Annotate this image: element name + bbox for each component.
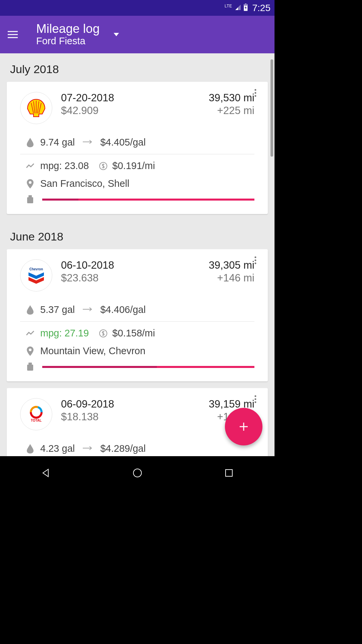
content-scroll[interactable]: July 2018 07-20-2018 $42.909 39,530 mi +…: [0, 53, 275, 456]
entry-mpg: mpg: 23.08: [40, 160, 89, 171]
arrow-right-icon: [83, 140, 92, 146]
svg-rect-13: [28, 195, 32, 197]
entry-cost-per-mi: $0.191/mi: [112, 160, 155, 171]
network-indicator: LTE: [225, 4, 232, 8]
entry-mpg: mpg: 27.19: [40, 328, 89, 339]
svg-point-20: [29, 348, 32, 351]
entry-date: 06-09-2018: [61, 398, 200, 410]
chart-line-icon: [20, 330, 40, 336]
entry-location: San Francisco, Shell: [40, 178, 129, 189]
entry-volume: 5.37 gal: [40, 304, 75, 315]
menu-button[interactable]: [6, 31, 19, 38]
entry-date: 06-10-2018: [61, 259, 200, 271]
svg-rect-12: [27, 197, 33, 203]
location-pin-icon: [20, 179, 40, 189]
entry-odometer: 39,305 mi: [209, 259, 254, 271]
android-nav-bar: [0, 456, 275, 490]
month-header: July 2018: [0, 53, 275, 82]
svg-point-6: [255, 89, 256, 91]
entry-delta: +225 mi: [209, 105, 254, 117]
svg-point-25: [255, 401, 256, 403]
title-dropdown[interactable]: Mileage log Ford Fiesta: [36, 22, 100, 47]
chevron-logo-icon: Chevron: [20, 259, 52, 291]
location-pin-icon: [20, 346, 40, 356]
svg-rect-1: [245, 4, 246, 4]
drop-icon: [20, 305, 40, 315]
entry-cost: $23.638: [61, 272, 200, 284]
entry-price-per-gal: $4.405/gal: [100, 137, 145, 148]
tank-level-bar: [42, 366, 254, 368]
fillup-card[interactable]: 07-20-2018 $42.909 39,530 mi +225 mi 9.7…: [7, 82, 268, 214]
svg-point-14: [255, 257, 256, 258]
card-menu-button[interactable]: [250, 88, 260, 98]
arrow-right-icon: [83, 446, 92, 452]
tank-level-bar: [42, 199, 254, 201]
back-button[interactable]: [36, 466, 56, 480]
vehicle-name: Ford Fiesta: [36, 36, 100, 47]
add-fillup-fab[interactable]: [225, 408, 262, 445]
entry-volume: 9.74 gal: [40, 137, 75, 148]
svg-point-16: [255, 263, 256, 264]
dollar-circle-icon: [99, 329, 108, 338]
entry-volume: 4.23 gal: [40, 443, 75, 454]
drop-icon: [20, 138, 40, 147]
shell-logo-icon: [20, 92, 52, 124]
entry-odometer: 39,530 mi: [209, 92, 254, 104]
recents-button[interactable]: [219, 466, 239, 480]
card-menu-button[interactable]: [250, 394, 260, 404]
entry-cost: $42.909: [61, 105, 200, 117]
fillup-card[interactable]: Chevron 06-10-2018 $23.638 39,305 mi +14…: [7, 249, 268, 381]
signal-icon: [235, 4, 241, 12]
svg-rect-22: [28, 363, 32, 365]
home-button[interactable]: [127, 466, 147, 480]
status-bar: LTE 7:25: [0, 0, 275, 16]
scrollbar-thumb[interactable]: [270, 59, 273, 157]
chart-line-icon: [20, 163, 40, 169]
entry-price-per-gal: $4.289/gal: [100, 443, 145, 454]
entry-cost: $18.138: [61, 411, 200, 423]
chevron-down-icon: [114, 32, 119, 38]
entry-location: Mountain View, Chevron: [40, 345, 145, 357]
total-logo-icon: TOTAL: [20, 398, 52, 430]
svg-text:Chevron: Chevron: [29, 267, 43, 271]
svg-point-7: [255, 92, 256, 94]
month-header: June 2018: [0, 221, 275, 249]
svg-point-15: [255, 260, 256, 261]
entry-delta: +146 mi: [209, 272, 254, 284]
entry-price-per-gal: $4.406/gal: [100, 304, 145, 315]
app-bar: Mileage log Ford Fiesta: [0, 16, 275, 53]
svg-rect-21: [27, 365, 33, 371]
entry-date: 07-20-2018: [61, 92, 200, 104]
entry-cost-per-mi: $0.158/mi: [112, 328, 155, 339]
svg-point-8: [255, 95, 256, 97]
svg-point-24: [255, 398, 256, 400]
battery-charging-icon: [244, 4, 248, 12]
arrow-right-icon: [83, 307, 92, 313]
fuel-tank-icon: [20, 195, 40, 204]
svg-text:TOTAL: TOTAL: [31, 419, 42, 422]
dollar-circle-icon: [99, 162, 108, 170]
clock: 7:25: [252, 3, 271, 13]
svg-point-35: [133, 469, 141, 477]
fuel-tank-icon: [20, 363, 40, 371]
drop-icon: [20, 444, 40, 453]
page-title: Mileage log: [36, 22, 100, 35]
svg-point-11: [29, 181, 32, 184]
svg-rect-36: [226, 470, 232, 476]
card-menu-button[interactable]: [250, 255, 260, 265]
svg-point-23: [255, 395, 256, 397]
